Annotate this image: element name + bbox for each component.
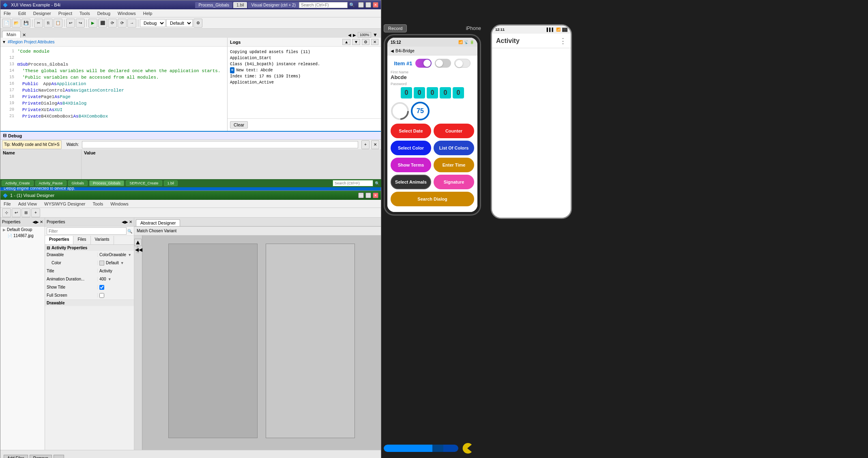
collapse-btn[interactable]: ▼ bbox=[2, 40, 6, 44]
select-animals-button[interactable]: Select Animals bbox=[391, 175, 431, 189]
vd-abstract-tab[interactable]: Abstract Designer bbox=[136, 219, 180, 226]
menu-designer[interactable]: Designer bbox=[32, 10, 53, 17]
toggle-off-white[interactable] bbox=[454, 59, 471, 68]
vd-props-close[interactable]: ✕ bbox=[129, 220, 132, 224]
remove-button[interactable]: Remove bbox=[30, 455, 52, 458]
menu-help[interactable]: Help bbox=[142, 10, 154, 17]
tab-right-arrow[interactable]: ▶ bbox=[353, 33, 356, 37]
select-color-button[interactable]: Select Color bbox=[391, 141, 431, 155]
file-114867[interactable]: 📄 114867.jpg bbox=[0, 233, 45, 239]
vd-minimize[interactable]: — bbox=[358, 193, 364, 198]
vd-toolbar-fit[interactable]: ⊞ bbox=[21, 208, 30, 217]
list-of-colors-button[interactable]: List Of Colors bbox=[434, 141, 474, 155]
toolbar-open[interactable]: 📂 bbox=[12, 19, 21, 28]
menu-project[interactable]: Project bbox=[57, 10, 74, 17]
task-process-globals[interactable]: Process_Globals bbox=[89, 180, 124, 186]
taskbar-search[interactable] bbox=[333, 180, 373, 186]
prop-value-showtitle[interactable] bbox=[98, 285, 134, 290]
toggle-on[interactable] bbox=[415, 59, 432, 68]
debug-watch-add[interactable]: + bbox=[361, 140, 370, 149]
vd-prop-tab-props[interactable]: Properties bbox=[45, 236, 73, 244]
toolbar-copy[interactable]: ⎘ bbox=[44, 19, 53, 28]
vd-prop-tab-files[interactable]: Files bbox=[73, 236, 90, 244]
vd-menu-wysiwyg[interactable]: WYSIWYG Designer bbox=[43, 201, 87, 207]
toolbar-undo[interactable]: ↩ bbox=[66, 19, 75, 28]
logs-scroll-up[interactable]: ▲ bbox=[342, 39, 350, 45]
taskbar-search-icon[interactable]: 🔍 bbox=[375, 181, 380, 186]
vd-toolbar-zoom-in[interactable]: + bbox=[31, 208, 40, 217]
debug-watch-clear[interactable]: ✕ bbox=[371, 140, 379, 149]
vd-close-panel[interactable]: ✕ bbox=[40, 220, 43, 224]
vd-maximize[interactable]: □ bbox=[365, 193, 371, 198]
code-editor[interactable]: ▼ #Region Project Attributes 1 'Code mod… bbox=[0, 38, 228, 131]
enter-time-button[interactable]: Enter Time bbox=[434, 158, 474, 172]
select-date-button[interactable]: Select Date bbox=[391, 124, 431, 138]
debug-mode-select[interactable]: Debug bbox=[140, 19, 165, 27]
toolbar-extra[interactable]: ⚙ bbox=[193, 19, 202, 28]
back-icon[interactable]: ◀ bbox=[391, 49, 394, 53]
variant-select[interactable]: Default bbox=[166, 19, 193, 27]
vd-menu-windows[interactable]: Windows bbox=[109, 201, 130, 207]
vd-filter-input[interactable] bbox=[47, 227, 127, 235]
ide-tab-visual-designer[interactable]: Visual Designer (ctrl + 2) bbox=[248, 2, 299, 8]
toolbar-cut[interactable]: ✂ bbox=[34, 19, 43, 28]
search-icon[interactable]: 🔍 bbox=[349, 2, 355, 8]
nav-control-up[interactable]: ▲ bbox=[134, 239, 142, 246]
debug-watch-save[interactable]: Tip: Modify code and hit Ctrl+S bbox=[2, 140, 62, 149]
prop-value-color[interactable]: Default ▼ bbox=[98, 261, 134, 265]
toolbar-run[interactable]: ▶ bbox=[88, 19, 97, 28]
logs-close[interactable]: ✕ bbox=[371, 39, 378, 45]
signature-button[interactable]: Signature bbox=[434, 175, 474, 189]
record-button[interactable]: Record bbox=[384, 24, 407, 32]
vd-menu-tools[interactable]: Tools bbox=[91, 201, 105, 207]
close-button[interactable]: ✕ bbox=[373, 2, 378, 8]
ide-tab-process-globals[interactable]: Process_Globals bbox=[195, 2, 232, 8]
task-service-create[interactable]: SERVICE_Create bbox=[126, 180, 162, 186]
anim-dropdown-icon[interactable]: ▼ bbox=[108, 277, 112, 281]
menu-windows[interactable]: Windows bbox=[116, 10, 138, 17]
prop-value-anim[interactable]: 400 ▼ bbox=[98, 277, 134, 281]
task-activity-create[interactable]: Activity_Create bbox=[2, 180, 34, 186]
vd-extra-btn[interactable]: ... bbox=[54, 455, 64, 458]
full-screen-checkbox[interactable] bbox=[99, 293, 104, 298]
prop-value-drawable[interactable]: ColorDrawable ▼ bbox=[98, 253, 134, 257]
drawable-dropdown-icon[interactable]: ▼ bbox=[128, 253, 131, 257]
color-dropdown-icon[interactable]: ▼ bbox=[120, 261, 124, 265]
vd-close[interactable]: ✕ bbox=[373, 193, 378, 198]
vd-prop-tab-variants[interactable]: Variants bbox=[91, 236, 114, 244]
prop-value-title[interactable]: Activity bbox=[98, 269, 134, 273]
toolbar-save[interactable]: 💾 bbox=[21, 19, 30, 28]
tab-close[interactable]: ✕ bbox=[21, 32, 28, 38]
vd-props-resize[interactable]: ◀▶ bbox=[122, 220, 128, 224]
search-dialog-button[interactable]: Search Dialog bbox=[391, 192, 474, 206]
iphone-menu-icon[interactable]: ⋮ bbox=[559, 36, 567, 45]
maximize-button[interactable]: □ bbox=[365, 2, 371, 8]
task-activity-pause[interactable]: Activity_Pause bbox=[35, 180, 67, 186]
main-tab[interactable]: Main bbox=[2, 31, 21, 38]
menu-debug[interactable]: Debug bbox=[96, 10, 112, 17]
menu-tools[interactable]: Tools bbox=[78, 10, 92, 17]
toolbar-paste[interactable]: 📋 bbox=[54, 19, 62, 28]
toolbar-step3[interactable]: → bbox=[127, 19, 136, 28]
menu-edit[interactable]: Edit bbox=[17, 10, 28, 17]
show-terms-button[interactable]: Show Terms bbox=[391, 158, 431, 172]
debug-watch-input[interactable] bbox=[82, 141, 358, 148]
clear-button[interactable]: Clear bbox=[230, 121, 248, 128]
ide-search-input[interactable] bbox=[299, 2, 348, 8]
toolbar-redo[interactable]: ↪ bbox=[76, 19, 85, 28]
toolbar-stop[interactable]: ⬛ bbox=[98, 19, 107, 28]
logs-settings[interactable]: ⚙ bbox=[362, 39, 370, 45]
toolbar-step[interactable]: ⟳ bbox=[108, 19, 117, 28]
counter-button[interactable]: Counter bbox=[434, 124, 474, 138]
task-globals[interactable]: Globals bbox=[68, 180, 88, 186]
toggle-off-gray[interactable] bbox=[435, 59, 451, 68]
vd-resize-icon[interactable]: ◀▶ bbox=[32, 220, 39, 224]
zoom-scroll[interactable]: ▼ bbox=[373, 32, 378, 38]
vd-toolbar-nav2[interactable]: ↩ bbox=[12, 208, 21, 217]
prop-value-fullscreen[interactable] bbox=[98, 293, 134, 298]
vd-menu-addview[interactable]: Add View bbox=[17, 201, 39, 207]
file-default-group[interactable]: ▶ Default Group bbox=[0, 227, 45, 233]
debug-expand[interactable]: ⊟ bbox=[3, 133, 6, 138]
minimize-button[interactable]: — bbox=[358, 2, 364, 8]
logs-scroll-down[interactable]: ▼ bbox=[352, 39, 360, 45]
